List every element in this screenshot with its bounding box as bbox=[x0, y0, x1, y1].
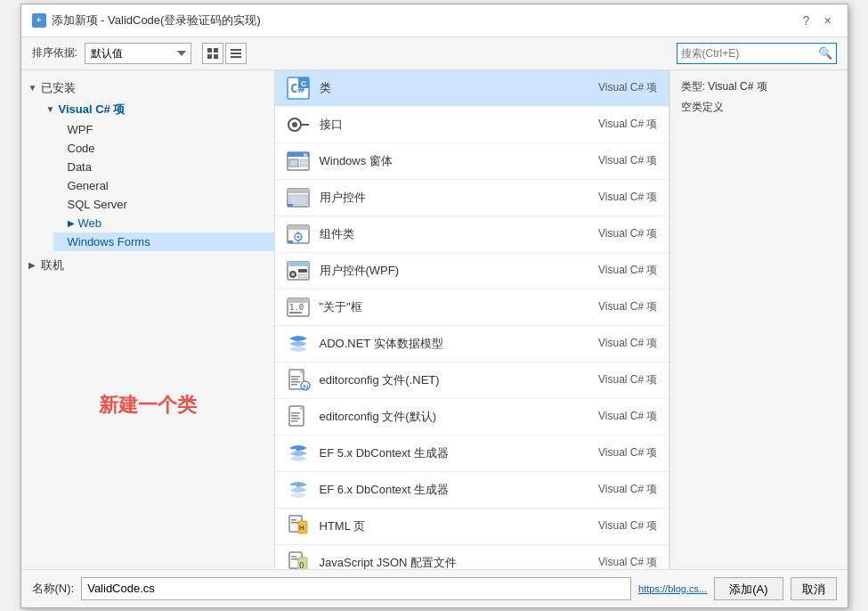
ef5-icon: EF bbox=[286, 441, 311, 466]
item-type-ef6: Visual C# 项 bbox=[587, 482, 658, 497]
sidebar-item-web[interactable]: ▶ Web bbox=[53, 214, 274, 232]
sidebar-item-sqlserver[interactable]: SQL Server bbox=[53, 195, 274, 214]
svg-text:EF: EF bbox=[288, 448, 297, 454]
list-item[interactable]: 用户控件(WPF) Visual C# 项 bbox=[275, 253, 669, 289]
svg-rect-16 bbox=[304, 153, 307, 156]
visual-csharp-triangle: ▼ bbox=[46, 104, 55, 114]
item-type-editorconfig-default: Visual C# 项 bbox=[587, 409, 658, 424]
svg-rect-62 bbox=[291, 558, 298, 560]
svg-rect-17 bbox=[289, 159, 298, 167]
search-icon: 🔍 bbox=[818, 46, 832, 60]
svg-rect-3 bbox=[214, 54, 218, 59]
installed-section: ▼ 已安装 ▼ Visual C# 项 WPF Code Data Genera… bbox=[21, 77, 274, 251]
grid-view-button[interactable] bbox=[202, 43, 223, 64]
online-label: 联机 bbox=[41, 257, 64, 273]
right-description: 空类定义 bbox=[681, 100, 837, 115]
item-type-editorconfig-net: Visual C# 项 bbox=[587, 372, 658, 387]
item-type-about: Visual C# 项 bbox=[587, 299, 658, 314]
svg-rect-40 bbox=[291, 376, 300, 378]
list-view-button[interactable] bbox=[225, 43, 247, 64]
item-type-html: Visual C# 项 bbox=[587, 518, 658, 534]
installed-header[interactable]: ▼ 已安装 bbox=[21, 77, 274, 99]
svg-point-26 bbox=[296, 235, 299, 238]
title-bar: + 添加新项 - ValidCode(登录验证码的实现) ? × bbox=[21, 4, 848, 37]
add-button[interactable]: 添加(A) bbox=[714, 577, 783, 600]
online-header[interactable]: ▶ 联机 bbox=[21, 255, 274, 276]
url-link[interactable]: https://blog.cs... bbox=[638, 583, 707, 594]
list-item[interactable]: EF EF 6.x DbContext 生成器 Visual C# 项 bbox=[275, 472, 669, 509]
svg-rect-42 bbox=[291, 381, 300, 383]
list-item[interactable]: N editorconfig 文件(.NET) Visual C# 项 bbox=[275, 363, 669, 399]
list-item[interactable]: editorconfig 文件(默认) Visual C# 项 bbox=[275, 399, 669, 436]
installed-triangle: ▼ bbox=[28, 83, 37, 93]
item-name-interface: 接口 bbox=[320, 117, 578, 133]
sidebar: ▼ 已安装 ▼ Visual C# 项 WPF Code Data Genera… bbox=[21, 70, 275, 569]
view-buttons bbox=[202, 43, 247, 64]
list-item[interactable]: EF EF 5.x DbContext 生成器 Visual C# 项 bbox=[275, 436, 669, 472]
visual-csharp-header[interactable]: ▼ Visual C# 项 bbox=[39, 99, 274, 120]
list-item[interactable]: 1.0 "关于"框 Visual C# 项 bbox=[275, 289, 669, 326]
list-item[interactable]: {} JavaScript JSON 配置文件 Visual C# 项 bbox=[275, 545, 669, 569]
item-type-adonet: Visual C# 项 bbox=[587, 336, 658, 351]
list-item[interactable]: C# C 类 Visual C# 项 bbox=[275, 70, 669, 107]
svg-rect-61 bbox=[291, 556, 296, 558]
help-button[interactable]: ? bbox=[798, 12, 815, 29]
name-input[interactable] bbox=[81, 577, 631, 600]
svg-text:{}: {} bbox=[299, 561, 304, 568]
list-item[interactable]: H HTML 页 Visual C# 项 bbox=[275, 509, 669, 545]
list-item[interactable]: 用户控件 Visual C# 项 bbox=[275, 180, 669, 216]
sidebar-item-code[interactable]: Code bbox=[53, 139, 274, 158]
sidebar-item-wpf[interactable]: WPF bbox=[53, 120, 274, 139]
item-type-class: Visual C# 项 bbox=[587, 80, 658, 95]
dialog-icon: + bbox=[32, 13, 46, 28]
item-type-wpfcontrol: Visual C# 项 bbox=[587, 263, 658, 278]
svg-rect-21 bbox=[288, 189, 309, 193]
svg-rect-22 bbox=[289, 195, 307, 205]
editorconfig-icon: N bbox=[286, 368, 311, 393]
sidebar-item-data[interactable]: Data bbox=[53, 158, 274, 176]
item-name-usercontrol: 用户控件 bbox=[320, 190, 578, 206]
svg-rect-30 bbox=[288, 262, 309, 266]
sort-select[interactable]: 默认值 名称 类型 bbox=[85, 43, 191, 64]
svg-rect-33 bbox=[298, 269, 307, 273]
item-name-ef5: EF 5.x DbContext 生成器 bbox=[320, 445, 578, 461]
sidebar-item-general[interactable]: General bbox=[53, 176, 274, 195]
item-name-about: "关于"框 bbox=[320, 299, 578, 315]
svg-rect-6 bbox=[231, 56, 241, 58]
wpfcontrol-icon bbox=[286, 258, 311, 283]
installed-children: ▼ Visual C# 项 WPF Code Data General SQL … bbox=[21, 99, 274, 251]
svg-rect-43 bbox=[291, 384, 297, 386]
svg-rect-1 bbox=[214, 48, 218, 53]
item-name-wpfcontrol: 用户控件(WPF) bbox=[320, 263, 578, 279]
close-button[interactable]: × bbox=[819, 12, 837, 29]
class-icon: C# C bbox=[286, 76, 311, 101]
cancel-button[interactable]: 取消 bbox=[791, 577, 837, 600]
list-item[interactable]: 接口 Visual C# 项 bbox=[275, 107, 669, 143]
right-panel: 类型: Visual C# 项 空类定义 bbox=[669, 70, 848, 569]
svg-rect-24 bbox=[288, 225, 309, 230]
html-icon: H bbox=[286, 514, 311, 539]
sidebar-item-windowsforms[interactable]: Windows Forms bbox=[53, 232, 274, 251]
interface-icon bbox=[286, 112, 311, 137]
svg-rect-19 bbox=[300, 164, 307, 167]
svg-rect-0 bbox=[207, 48, 212, 53]
main-content: ▼ 已安装 ▼ Visual C# 项 WPF Code Data Genera… bbox=[21, 70, 848, 569]
svg-rect-48 bbox=[291, 415, 298, 417]
item-name-winform: Windows 窗体 bbox=[320, 153, 578, 169]
item-name-editorconfig-default: editorconfig 文件(默认) bbox=[320, 409, 578, 425]
list-item[interactable]: Windows 窗体 Visual C# 项 bbox=[275, 143, 669, 180]
item-name-editorconfig-net: editorconfig 文件(.NET) bbox=[320, 372, 578, 388]
search-input[interactable] bbox=[681, 47, 818, 60]
adonet-icon bbox=[286, 331, 311, 356]
item-type-usercontrol: Visual C# 项 bbox=[587, 190, 658, 205]
list-item[interactable]: ADO.NET 实体数据模型 Visual C# 项 bbox=[275, 326, 669, 363]
item-name-adonet: ADO.NET 实体数据模型 bbox=[320, 336, 578, 352]
item-type-json: Visual C# 项 bbox=[587, 555, 658, 569]
toolbar: 排序依据: 默认值 名称 类型 bbox=[21, 37, 848, 70]
svg-text:EF: EF bbox=[288, 485, 297, 491]
svg-text:1.0: 1.0 bbox=[289, 303, 304, 312]
svg-text:N: N bbox=[303, 382, 308, 390]
search-box: 🔍 bbox=[677, 43, 837, 64]
item-name-ef6: EF 6.x DbContext 生成器 bbox=[320, 482, 578, 498]
list-item[interactable]: 组件类 Visual C# 项 bbox=[275, 216, 669, 253]
